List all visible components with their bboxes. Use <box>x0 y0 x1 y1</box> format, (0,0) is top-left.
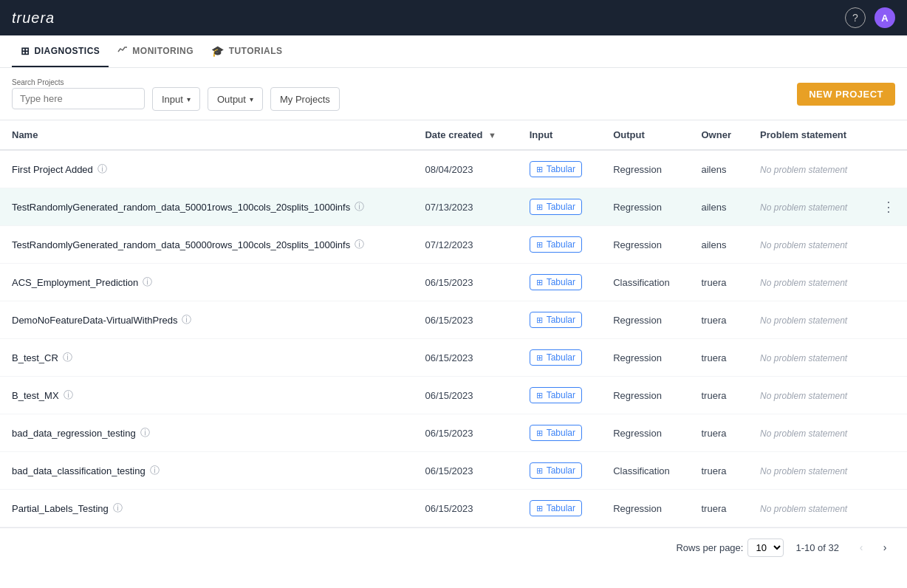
info-icon[interactable]: ⓘ <box>182 313 191 327</box>
no-problem-text: No problem statement <box>760 504 847 514</box>
owner-cell: truera <box>690 377 749 414</box>
tabular-badge: ⊞ Tabular <box>530 274 582 290</box>
table-row[interactable]: bad_data_classification_testing ⓘ 06/15/… <box>0 452 907 490</box>
sidebar-item-tutorials[interactable]: 🎓 TUTORIALS <box>202 35 291 67</box>
output-filter-button[interactable]: Output ▾ <box>208 87 263 111</box>
table-row[interactable]: Partial_Labels_Testing ⓘ 06/15/2023 ⊞ Ta… <box>0 490 907 527</box>
projects-table: Name Date created ▼ Input Output Owner P… <box>0 120 907 527</box>
owner-cell: ailens <box>690 150 749 188</box>
my-projects-button[interactable]: My Projects <box>270 87 340 111</box>
no-problem-text: No problem statement <box>760 353 847 363</box>
prev-page-button[interactable]: ‹ <box>851 537 872 558</box>
new-project-button[interactable]: NEW PROJECT <box>797 83 895 106</box>
info-icon[interactable]: ⓘ <box>355 200 364 213</box>
info-icon[interactable]: ⓘ <box>64 389 73 402</box>
output-cell: Regression <box>601 490 689 527</box>
project-name-text: B_test_MX <box>12 390 59 401</box>
project-name-text: TestRandomlyGenerated_random_data_50000r… <box>12 239 350 250</box>
actions-cell <box>870 414 907 452</box>
row-actions-menu[interactable]: ⋮ <box>882 199 895 215</box>
output-cell: Regression <box>601 150 689 188</box>
problem-cell: No problem statement <box>748 264 870 301</box>
input-cell: ⊞ Tabular <box>518 452 602 490</box>
sub-navigation: ⊞ DIAGNOSTICS MONITORING 🎓 TUTORIALS <box>0 35 907 68</box>
rows-per-page-select[interactable]: 10 25 50 <box>747 539 784 557</box>
sidebar-item-diagnostics[interactable]: ⊞ DIAGNOSTICS <box>12 35 109 67</box>
input-cell: ⊞ Tabular <box>518 339 602 377</box>
date-cell: 06/15/2023 <box>413 377 517 414</box>
tutorials-label: TUTORIALS <box>229 46 283 56</box>
table-row[interactable]: B_test_CR ⓘ 06/15/2023 ⊞ Tabular Regress… <box>0 339 907 377</box>
col-header-date[interactable]: Date created ▼ <box>413 120 517 150</box>
input-cell: ⊞ Tabular <box>518 490 602 527</box>
project-name: Partial_Labels_Testing ⓘ <box>12 502 401 515</box>
info-icon[interactable]: ⓘ <box>113 502 123 515</box>
owner-cell: truera <box>690 490 749 527</box>
output-cell: Regression <box>601 339 689 377</box>
input-label: Tabular <box>547 428 575 438</box>
rows-per-page-label: Rows per page: <box>676 542 743 553</box>
owner-cell: truera <box>690 339 749 377</box>
table-icon: ⊞ <box>536 504 543 513</box>
sidebar-item-monitoring[interactable]: MONITORING <box>109 35 202 67</box>
input-label: Tabular <box>547 503 575 513</box>
tabular-badge: ⊞ Tabular <box>530 236 582 253</box>
pagination: Rows per page: 10 25 50 1-10 of 32 ‹ › <box>0 527 907 567</box>
input-cell: ⊞ Tabular <box>518 414 602 452</box>
problem-cell: No problem statement <box>748 188 870 226</box>
monitoring-icon <box>117 44 128 57</box>
info-icon[interactable]: ⓘ <box>140 426 150 440</box>
no-problem-text: No problem statement <box>760 240 847 250</box>
table-row[interactable]: DemoNoFeatureData-VirtualWithPreds ⓘ 06/… <box>0 301 907 339</box>
output-cell: Classification <box>601 452 689 490</box>
info-icon[interactable]: ⓘ <box>150 464 160 477</box>
owner-cell: ailens <box>690 226 749 264</box>
problem-cell: No problem statement <box>748 490 870 527</box>
monitoring-label: MONITORING <box>132 46 194 56</box>
tabular-badge: ⊞ Tabular <box>530 425 582 441</box>
help-button[interactable]: ? <box>845 7 866 28</box>
info-icon[interactable]: ⓘ <box>97 163 107 176</box>
input-cell: ⊞ Tabular <box>518 301 602 339</box>
table-row[interactable]: B_test_MX ⓘ 06/15/2023 ⊞ Tabular Regress… <box>0 377 907 414</box>
output-cell: Regression <box>601 414 689 452</box>
date-cell: 06/15/2023 <box>413 264 517 301</box>
info-icon[interactable]: ⓘ <box>355 238 364 251</box>
avatar[interactable]: A <box>875 7 895 28</box>
date-cell: 07/12/2023 <box>413 226 517 264</box>
rows-per-page: Rows per page: 10 25 50 <box>676 539 784 557</box>
brand-logo: truera <box>12 10 55 27</box>
tabular-badge: ⊞ Tabular <box>530 161 582 177</box>
table-row[interactable]: TestRandomlyGenerated_random_data_50000r… <box>0 226 907 264</box>
project-name-text: TestRandomlyGenerated_random_data_50001r… <box>12 202 350 213</box>
output-cell: Regression <box>601 226 689 264</box>
problem-cell: No problem statement <box>748 452 870 490</box>
actions-cell <box>870 377 907 414</box>
actions-cell <box>870 226 907 264</box>
table-row[interactable]: TestRandomlyGenerated_random_data_50001r… <box>0 188 907 226</box>
search-label: Search Projects <box>12 78 145 86</box>
problem-cell: No problem statement <box>748 339 870 377</box>
tabular-badge: ⊞ Tabular <box>530 349 582 366</box>
info-icon[interactable]: ⓘ <box>63 351 72 364</box>
table-header: Name Date created ▼ Input Output Owner P… <box>0 120 907 150</box>
help-icon: ? <box>852 12 858 24</box>
actions-cell <box>870 264 907 301</box>
input-label: Tabular <box>547 315 575 325</box>
tabular-badge: ⊞ Tabular <box>530 462 582 479</box>
next-page-button[interactable]: › <box>875 537 895 558</box>
project-name: bad_data_classification_testing ⓘ <box>12 464 401 477</box>
date-cell: 06/15/2023 <box>413 339 517 377</box>
project-name-cell: First Project Added ⓘ <box>0 150 413 188</box>
project-name-cell: DemoNoFeatureData-VirtualWithPreds ⓘ <box>0 301 413 339</box>
input-filter-button[interactable]: Input ▾ <box>152 87 200 111</box>
actions-cell: ⋮ <box>870 188 907 226</box>
info-icon[interactable]: ⓘ <box>143 276 152 289</box>
table-row[interactable]: ACS_Employment_Prediction ⓘ 06/15/2023 ⊞… <box>0 264 907 301</box>
table-row[interactable]: First Project Added ⓘ 08/04/2023 ⊞ Tabul… <box>0 150 907 188</box>
search-input[interactable] <box>12 88 145 109</box>
output-cell: Regression <box>601 188 689 226</box>
table-row[interactable]: bad_data_regression_testing ⓘ 06/15/2023… <box>0 414 907 452</box>
input-cell: ⊞ Tabular <box>518 150 602 188</box>
toolbar: Search Projects Input ▾ Output ▾ My Proj… <box>0 68 907 120</box>
